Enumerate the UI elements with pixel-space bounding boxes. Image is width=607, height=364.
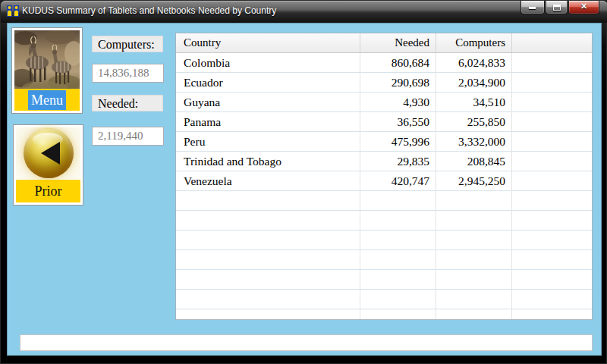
table-empty-row bbox=[176, 231, 592, 250]
cell-country bbox=[176, 231, 360, 250]
cell-computers bbox=[436, 250, 512, 270]
table-row: Ecuador290,6982,034,900 bbox=[176, 73, 592, 93]
column-header-computers[interactable]: Computers bbox=[436, 33, 512, 53]
menu-button-label: Menu bbox=[28, 90, 66, 110]
cell-needed bbox=[360, 290, 436, 309]
cell-filler bbox=[512, 231, 592, 250]
cell-country[interactable]: Ecuador bbox=[176, 73, 360, 93]
table-empty-row bbox=[176, 250, 592, 270]
prior-button-label: Prior bbox=[35, 184, 62, 199]
cell-needed bbox=[360, 211, 436, 231]
cell-country bbox=[176, 250, 360, 270]
title-bar[interactable]: KUDUS Summary of Tablets and Netbooks Ne… bbox=[1, 1, 607, 23]
needed-value-field[interactable] bbox=[92, 127, 164, 146]
table-row: Panama36,550255,850 bbox=[176, 112, 592, 132]
cell-country bbox=[176, 290, 360, 309]
prior-button[interactable]: Prior bbox=[13, 124, 83, 206]
app-window: KUDUS Summary of Tablets and Netbooks Ne… bbox=[0, 0, 607, 364]
cell-needed[interactable]: 420,747 bbox=[360, 171, 436, 191]
cell-computers bbox=[436, 290, 512, 309]
cell-filler bbox=[512, 152, 592, 171]
maximize-button[interactable] bbox=[546, 1, 568, 14]
cell-needed[interactable]: 4,930 bbox=[360, 93, 436, 112]
cell-needed[interactable]: 29,835 bbox=[360, 152, 436, 171]
cell-needed[interactable]: 36,550 bbox=[360, 112, 436, 132]
cell-filler bbox=[512, 73, 592, 93]
cell-filler bbox=[512, 309, 592, 320]
cell-country bbox=[176, 211, 360, 231]
window-controls: ✕ bbox=[520, 1, 599, 14]
cell-computers[interactable]: 34,510 bbox=[436, 93, 512, 112]
menu-button-strip: Menu bbox=[14, 89, 80, 111]
cell-country bbox=[176, 191, 360, 211]
cell-computers bbox=[436, 309, 512, 320]
column-header-country[interactable]: Country bbox=[176, 33, 360, 53]
table-empty-row bbox=[176, 270, 592, 290]
cell-filler bbox=[512, 290, 592, 309]
cell-needed bbox=[360, 191, 436, 211]
computers-label: Computers: bbox=[92, 36, 163, 52]
gold-sphere-icon bbox=[24, 128, 74, 178]
cell-country[interactable]: Trinidad and Tobago bbox=[176, 152, 360, 171]
cell-needed[interactable]: 860,684 bbox=[360, 53, 436, 73]
prior-button-strip: Prior bbox=[16, 180, 80, 202]
cell-filler bbox=[512, 191, 592, 211]
cell-country[interactable]: Colombia bbox=[176, 53, 360, 73]
cell-computers[interactable]: 6,024,833 bbox=[436, 53, 512, 73]
window-title: KUDUS Summary of Tablets and Netbooks Ne… bbox=[22, 5, 276, 16]
cell-computers bbox=[436, 191, 512, 211]
cell-needed bbox=[360, 231, 436, 250]
close-button[interactable]: ✕ bbox=[568, 1, 599, 14]
cell-country bbox=[176, 270, 360, 290]
country-data-grid: Country Needed Computers Colombia860,684… bbox=[175, 33, 593, 320]
cell-country[interactable]: Panama bbox=[176, 112, 360, 132]
computers-value-field[interactable] bbox=[92, 64, 164, 83]
cell-filler bbox=[512, 211, 592, 231]
grid-body: Colombia860,6846,024,833Ecuador290,6982,… bbox=[176, 53, 592, 320]
table-row: Venezuela420,7472,945,250 bbox=[176, 171, 592, 191]
cell-filler bbox=[512, 270, 592, 290]
cell-needed[interactable]: 290,698 bbox=[360, 73, 436, 93]
cell-computers bbox=[436, 231, 512, 250]
table-row: Colombia860,6846,024,833 bbox=[176, 53, 592, 73]
grid-header-row: Country Needed Computers bbox=[176, 33, 592, 53]
table-empty-row bbox=[176, 211, 592, 231]
app-icon-people bbox=[7, 5, 19, 17]
cell-filler bbox=[512, 250, 592, 270]
maximize-icon bbox=[553, 5, 561, 11]
cell-needed bbox=[360, 309, 436, 320]
cell-filler bbox=[512, 93, 592, 112]
table-row: Guyana4,93034,510 bbox=[176, 93, 592, 112]
menu-button[interactable]: Menu bbox=[11, 27, 83, 114]
cell-needed bbox=[360, 270, 436, 290]
cell-filler bbox=[512, 53, 592, 73]
back-sphere-graphic bbox=[16, 127, 80, 180]
kudu-photo bbox=[14, 30, 80, 89]
back-arrow-icon bbox=[41, 142, 60, 165]
table-row: Peru475,9963,332,000 bbox=[176, 132, 592, 152]
cell-computers[interactable]: 208,845 bbox=[436, 152, 512, 171]
column-header-needed[interactable]: Needed bbox=[360, 33, 436, 53]
cell-needed[interactable]: 475,996 bbox=[360, 132, 436, 152]
cell-needed bbox=[360, 250, 436, 270]
client-area: Menu Prior Computers: Needed: Country bbox=[7, 23, 602, 356]
column-header-filler bbox=[512, 33, 592, 53]
cell-computers[interactable]: 2,034,900 bbox=[436, 73, 512, 93]
table-row: Trinidad and Tobago29,835208,845 bbox=[176, 152, 592, 171]
cell-country[interactable]: Venezuela bbox=[176, 171, 360, 191]
table-empty-row bbox=[176, 309, 592, 320]
cell-computers[interactable]: 3,332,000 bbox=[436, 132, 512, 152]
cell-country[interactable]: Peru bbox=[176, 132, 360, 152]
cell-filler bbox=[512, 112, 592, 132]
cell-country bbox=[176, 309, 360, 320]
cell-computers[interactable]: 2,945,250 bbox=[436, 171, 512, 191]
minimize-icon bbox=[529, 7, 536, 9]
cell-filler bbox=[512, 171, 592, 191]
cell-country[interactable]: Guyana bbox=[176, 93, 360, 112]
needed-label: Needed: bbox=[92, 95, 163, 111]
status-textbox[interactable] bbox=[20, 334, 593, 351]
table-empty-row bbox=[176, 290, 592, 309]
cell-filler bbox=[512, 132, 592, 152]
minimize-button[interactable] bbox=[521, 1, 545, 14]
cell-computers[interactable]: 255,850 bbox=[436, 112, 512, 132]
